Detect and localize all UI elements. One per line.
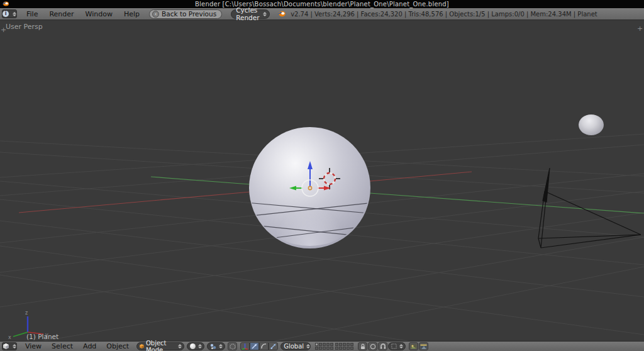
render-image-icon [410,343,417,350]
opengl-render-still-button[interactable] [409,342,418,350]
properties-expand-button[interactable]: + [637,26,643,32]
layer-button[interactable] [347,343,350,346]
proportional-edit-icon [370,343,376,350]
lock-icon [360,343,366,350]
toolshelf-expand-button[interactable]: + [1,27,6,33]
info-editor-header: i File Render Window Help ‹ Back to Prev… [0,8,644,20]
scale-icon [270,343,277,350]
rotate-manipulator-toggle[interactable] [259,342,269,350]
menu-window[interactable]: Window [80,10,118,18]
rotate-icon [260,343,267,350]
layer-button[interactable] [339,347,342,350]
translate-manipulator-toggle[interactable] [250,342,259,350]
translate-icon [251,343,258,350]
layer-button[interactable] [319,347,322,350]
solid-shading-icon [190,343,196,349]
manipulator-axes-toggle[interactable] [240,342,250,350]
layer-button[interactable] [326,347,330,350]
render-animation-icon [420,343,427,350]
viewport-shading-select[interactable] [187,342,204,350]
transform-orientation-select[interactable]: Global [280,342,311,350]
snap-toggle[interactable] [378,342,387,350]
layer-button[interactable] [339,343,342,346]
chevron-updown-icon [263,12,267,16]
layer-button[interactable] [343,343,346,346]
window-title-bar: Blender [C:\Users\Bossach\Documents\blen… [0,0,644,8]
manipulator-z-arrow[interactable] [308,161,313,169]
manipulator-toggle-group [240,342,278,350]
menu-view[interactable]: View [20,342,47,350]
snap-element-select[interactable] [388,342,406,350]
layer-button[interactable] [343,347,346,350]
menu-select[interactable]: Select [47,342,78,350]
scene-stats: v2.74 | Verts:24,296 | Faces:24,320 | Tr… [291,11,597,18]
menu-object[interactable]: Object [101,342,134,350]
chevron-updown-icon [399,344,403,348]
window-title: Blender [C:\Users\Bossach\Documents\blen… [195,1,449,8]
3d-view-header: View Select Add Object Object Mode [0,341,644,351]
back-arrow-icon: ‹ [152,11,159,18]
layer-button[interactable] [315,343,318,346]
layer-button[interactable] [335,343,338,346]
snap-increment-icon [391,343,397,349]
layer-button[interactable] [350,347,353,350]
layer-group-1[interactable] [315,343,333,350]
back-to-previous-label: Back to Previous [162,10,216,18]
pivot-point-select[interactable] [207,342,225,350]
layer-button[interactable] [323,347,326,350]
chevron-updown-icon [13,12,16,16]
proportional-edit-select[interactable] [368,342,377,350]
object-origin-dot [308,186,311,189]
scale-manipulator-toggle[interactable] [269,342,278,350]
menu-file[interactable]: File [21,10,43,18]
render-engine-value: Cycles Render [236,6,260,21]
layers-widget [315,343,353,350]
3d-viewport[interactable]: y x z User Persp (1) Planet + + [0,20,644,341]
interaction-mode-select[interactable]: Object Mode [136,342,184,350]
chevron-updown-icon [198,344,202,348]
active-object-label: (1) Planet [26,333,58,340]
layer-button[interactable] [330,347,333,350]
blender-logo-icon [2,1,9,7]
transform-orientation-value: Global [284,343,304,350]
layer-button[interactable] [315,347,318,350]
layer-button[interactable] [330,343,333,346]
chevron-updown-icon [219,344,223,348]
chevron-updown-icon [306,344,310,348]
3d-view-editor-icon [3,343,9,349]
gizmo-z-label: z [25,310,28,316]
manipulator-x-arrow[interactable] [289,186,296,191]
layer-group-2[interactable] [335,343,353,350]
viewport-widgets: y x z [0,20,644,341]
center-points-icon [230,343,236,350]
manipulate-center-points-toggle[interactable] [228,342,237,350]
menu-add[interactable]: Add [78,342,101,350]
menu-help[interactable]: Help [118,10,145,18]
layer-button[interactable] [323,343,326,346]
layer-button[interactable] [319,343,322,346]
layer-button[interactable] [347,347,350,350]
menu-render[interactable]: Render [43,10,79,18]
axes-icon [242,343,248,350]
layer-button[interactable] [326,343,330,346]
render-engine-select[interactable]: Cycles Render [231,9,270,19]
chevron-updown-icon [13,344,16,348]
chevron-updown-icon [178,344,182,348]
scene-lock-toggle[interactable] [358,342,367,350]
pivot-median-icon [210,343,216,350]
view-mode-label: User Persp [6,23,43,31]
blender-logo-icon [277,10,286,18]
layer-button[interactable] [335,347,338,350]
3d-cursor[interactable] [319,168,340,189]
opengl-render-anim-button[interactable] [419,342,428,350]
info-editor-icon: i [3,11,9,17]
editor-type-selector[interactable]: i [2,9,17,18]
object-mode-icon [140,343,144,349]
layer-button[interactable] [350,343,353,346]
editor-type-selector[interactable] [2,342,17,350]
interaction-mode-value: Object Mode [146,340,175,351]
magnet-icon [380,343,386,350]
gizmo-y-label: x [8,335,11,340]
back-to-previous-button[interactable]: ‹ Back to Previous [149,9,222,19]
